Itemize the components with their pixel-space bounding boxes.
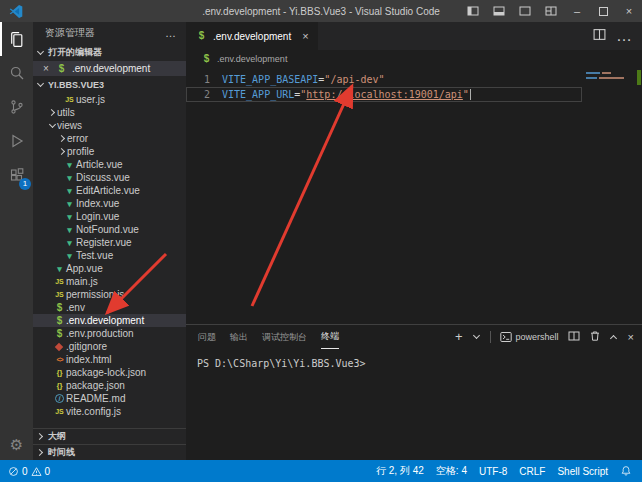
tree-item-error[interactable]: error bbox=[33, 132, 186, 145]
split-editor-icon[interactable] bbox=[593, 27, 606, 45]
toggle-secondary-sidebar-icon[interactable] bbox=[512, 0, 538, 22]
tree-item-package-lock.json[interactable]: {}package-lock.json bbox=[33, 366, 186, 379]
customize-layout-icon[interactable] bbox=[538, 0, 564, 22]
code-line-2[interactable]: 2VITE_APP_URL="http://localhost:19001/ap… bbox=[186, 87, 582, 102]
tree-item-NotFound.vue[interactable]: ▾NotFound.vue bbox=[33, 223, 186, 236]
toggle-sidebar-icon[interactable] bbox=[460, 0, 486, 22]
warnings-icon bbox=[31, 466, 42, 477]
tree-item-label: Login.vue bbox=[76, 211, 119, 222]
terminal-dropdown-icon[interactable] bbox=[472, 333, 481, 342]
vue-file-icon: ▾ bbox=[53, 264, 66, 274]
cursor-position[interactable]: 行 2, 列 42 bbox=[376, 464, 424, 478]
close-panel-icon[interactable]: × bbox=[628, 331, 634, 343]
tree-item-.env.production[interactable]: $.env.production bbox=[33, 327, 186, 340]
extensions-badge: 1 bbox=[19, 178, 31, 190]
tree-item-index.html[interactable]: <>index.html bbox=[33, 353, 186, 366]
tree-item-label: EditArticle.vue bbox=[76, 185, 140, 196]
tree-item-views[interactable]: views bbox=[33, 119, 186, 132]
tree-item-README.md[interactable]: iREADME.md bbox=[33, 392, 186, 405]
views-more-actions-icon[interactable]: … bbox=[165, 27, 176, 39]
chevron-right-icon bbox=[36, 432, 45, 441]
editor-more-actions-icon[interactable]: … bbox=[616, 27, 632, 45]
tree-item-.gitignore[interactable]: .gitignore bbox=[33, 340, 186, 353]
run-debug-icon[interactable] bbox=[0, 124, 33, 158]
open-editor-item[interactable]: × $ .env.development bbox=[33, 61, 186, 76]
tab-close-icon[interactable]: × bbox=[302, 30, 308, 42]
shell-picker[interactable]: powershell bbox=[500, 331, 559, 343]
panel-header: 问题输出调试控制台终端 + powershell bbox=[186, 325, 642, 349]
tree-item-.env[interactable]: $.env bbox=[33, 301, 186, 314]
tree-item-utils[interactable]: utils bbox=[33, 106, 186, 119]
powershell-icon bbox=[500, 331, 512, 343]
html-file-icon: <> bbox=[53, 355, 66, 365]
code-editor[interactable]: 1VITE_APP_BASEAPI="/api-dev"2VITE_APP_UR… bbox=[186, 68, 642, 324]
toggle-panel-icon[interactable] bbox=[486, 0, 512, 22]
vue-file-icon: ▾ bbox=[63, 238, 76, 248]
tree-item-Test.vue[interactable]: ▾Test.vue bbox=[33, 249, 186, 262]
explorer-icon[interactable] bbox=[0, 22, 33, 56]
tree-item-Article.vue[interactable]: ▾Article.vue bbox=[33, 158, 186, 171]
tree-item-.env.development[interactable]: $.env.development bbox=[33, 314, 186, 327]
vue-file-icon: ▾ bbox=[63, 186, 76, 196]
explorer-sidebar: 资源管理器 … 打开的编辑器 × $ .env.development YI.B… bbox=[33, 22, 186, 460]
minimize-button[interactable]: – bbox=[564, 0, 590, 22]
tree-item-profile[interactable]: profile bbox=[33, 145, 186, 158]
source-control-icon[interactable] bbox=[0, 90, 33, 124]
close-editor-icon[interactable]: × bbox=[41, 63, 51, 74]
env-key-token: VITE_APP_BASEAPI bbox=[222, 72, 318, 87]
problems-status[interactable]: 0 0 bbox=[8, 466, 50, 477]
project-root-header[interactable]: YI.BBS.VUE3 bbox=[33, 76, 186, 93]
info-file-icon: i bbox=[55, 394, 64, 403]
kill-terminal-icon[interactable] bbox=[589, 328, 601, 346]
maximize-button[interactable] bbox=[590, 0, 616, 22]
url-link[interactable]: http://localhost:19001/api bbox=[306, 87, 463, 102]
indentation[interactable]: 空格: 4 bbox=[436, 464, 467, 478]
errors-icon bbox=[8, 466, 19, 477]
split-terminal-icon[interactable] bbox=[568, 328, 580, 346]
warning-count: 0 bbox=[45, 466, 51, 477]
open-editors-header[interactable]: 打开的编辑器 bbox=[33, 44, 186, 61]
env-file-icon: $ bbox=[55, 64, 68, 74]
tree-item-vite.config.js[interactable]: JSvite.config.js bbox=[33, 405, 186, 418]
search-icon[interactable] bbox=[0, 56, 33, 90]
notifications-bell-icon[interactable] bbox=[620, 465, 632, 477]
json-file-icon: {} bbox=[53, 381, 66, 391]
tree-item-permission.js[interactable]: JSpermission.js bbox=[33, 288, 186, 301]
close-button[interactable]: × bbox=[616, 0, 642, 22]
terminal-output[interactable]: PS D:\CSharp\Yi\Yi.BBS.Vue3> bbox=[186, 349, 642, 460]
activity-bar: 1 ⚙ bbox=[0, 22, 33, 460]
tab-env-development[interactable]: $ .env.development × bbox=[186, 22, 318, 50]
env-file-icon: $ bbox=[53, 316, 66, 326]
tree-item-label: views bbox=[57, 120, 82, 131]
timeline-section-header[interactable]: 时间线 bbox=[33, 444, 186, 460]
extensions-icon[interactable]: 1 bbox=[0, 158, 33, 192]
eol-sequence[interactable]: CRLF bbox=[519, 466, 545, 477]
maximize-panel-icon[interactable] bbox=[610, 333, 619, 342]
encoding[interactable]: UTF-8 bbox=[479, 466, 507, 477]
language-mode[interactable]: Shell Script bbox=[557, 466, 608, 477]
tree-item-user.js[interactable]: JSuser.js bbox=[33, 93, 186, 106]
tree-item-label: README.md bbox=[66, 393, 125, 404]
new-terminal-icon[interactable]: + bbox=[455, 331, 463, 343]
tree-item-Discuss.vue[interactable]: ▾Discuss.vue bbox=[33, 171, 186, 184]
code-line-1[interactable]: 1VITE_APP_BASEAPI="/api-dev" bbox=[186, 72, 582, 87]
tree-item-EditArticle.vue[interactable]: ▾EditArticle.vue bbox=[33, 184, 186, 197]
outline-section-header[interactable]: 大纲 bbox=[33, 428, 186, 444]
panel-tab-4[interactable]: 终端 bbox=[321, 325, 339, 349]
panel-tab-3[interactable]: 调试控制台 bbox=[262, 325, 307, 349]
tree-item-main.js[interactable]: JSmain.js bbox=[33, 275, 186, 288]
json-file-icon: {} bbox=[53, 368, 66, 378]
panel-tab-1[interactable]: 问题 bbox=[198, 325, 216, 349]
env-file-icon: $ bbox=[200, 54, 213, 64]
settings-gear-icon[interactable]: ⚙ bbox=[0, 430, 33, 460]
tree-item-App.vue[interactable]: ▾App.vue bbox=[33, 262, 186, 275]
tree-item-package.json[interactable]: {}package.json bbox=[33, 379, 186, 392]
minimap[interactable] bbox=[586, 72, 632, 82]
tree-item-Login.vue[interactable]: ▾Login.vue bbox=[33, 210, 186, 223]
shell-name: powershell bbox=[516, 332, 559, 342]
tree-item-Index.vue[interactable]: ▾Index.vue bbox=[33, 197, 186, 210]
panel-tab-2[interactable]: 输出 bbox=[230, 325, 248, 349]
breadcrumb[interactable]: $ .env.development bbox=[186, 50, 642, 68]
tree-item-Register.vue[interactable]: ▾Register.vue bbox=[33, 236, 186, 249]
chevron-right-icon bbox=[58, 134, 67, 143]
